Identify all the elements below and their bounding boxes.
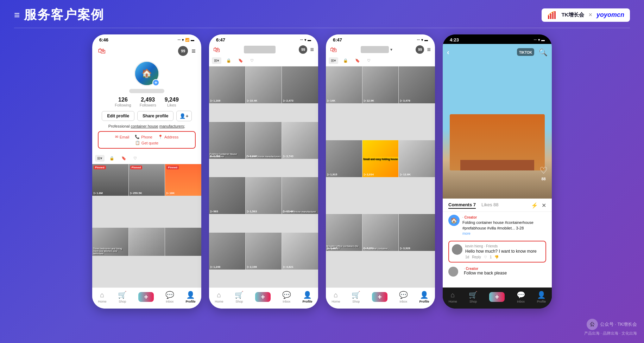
s4-reply-button[interactable]: Reply [472, 255, 481, 259]
s2-nav-inbox[interactable]: 💬 Inbox [282, 291, 291, 303]
plus-button[interactable]: + [138, 292, 154, 302]
s4-nav-home[interactable]: ⌂ Home [449, 291, 457, 303]
s3-inbox-icon: 💬 [399, 291, 408, 299]
s4-nav-plus[interactable]: + [489, 292, 505, 302]
s3-vid-7[interactable]: Movable office containers Do you want it… [326, 214, 362, 251]
s2-vid-6[interactable]: 3,743 [282, 122, 318, 159]
s4-more-link[interactable]: more [462, 232, 471, 235]
s2-vid-7[interactable]: 983 [209, 177, 245, 214]
add-friend-button[interactable]: 👤+ [176, 111, 191, 121]
s4-comments-tab[interactable]: Comments 7 [448, 202, 476, 209]
s2-vid-8[interactable]: 1,563 [246, 177, 282, 214]
s4-nav-shop[interactable]: 🛒 Shop [469, 291, 478, 303]
s1-email-item[interactable]: ✉ Email [115, 135, 130, 139]
s2-like-tab[interactable]: ♡ [248, 57, 256, 64]
s2-nav-profile[interactable]: 👤 Profile [303, 291, 312, 303]
s2-vid-10[interactable]: 1,248 [209, 233, 245, 270]
s2-vid-12[interactable]: 4,821 [282, 233, 318, 270]
s3-nav-shop-label: Shop [352, 300, 360, 303]
s3-plus-button[interactable]: + [372, 292, 387, 302]
s2-notification-badge[interactable]: 99 [299, 45, 307, 54]
s1-grid-tab[interactable]: ⊞▾ [95, 155, 105, 162]
s2-plus-button[interactable]: + [255, 292, 271, 302]
s2-vid-2[interactable]: 10.4K [246, 66, 282, 103]
s1-profile-section: + 126 Following 2,493 Followers 9,249 Li… [92, 58, 201, 153]
s1-video-6[interactable] [165, 228, 201, 256]
s3-vid-3[interactable]: 3,478 [399, 66, 435, 103]
s3-vid-8[interactable]: Professional container... 2,291 [362, 214, 399, 251]
s3-topbar: 🛍 ▾ 99 ≡ [326, 44, 435, 55]
s3-bookmark-tab[interactable]: 🔖 [353, 57, 362, 64]
s1-notification-badge[interactable]: 99 [178, 46, 188, 56]
s2-vid-11[interactable]: 2,198 [246, 233, 282, 270]
edit-profile-button[interactable]: Edit profile [102, 111, 134, 121]
s1-video-4[interactable]: Three bedrooms and living room one kitch… [92, 228, 128, 256]
s4-likes-tab[interactable]: Likes 88 [481, 202, 498, 209]
s3-nav-profile[interactable]: 👤 Profile [419, 291, 429, 303]
s2-vid-3[interactable]: 2,473 [282, 66, 318, 103]
s4-back-button[interactable]: ‹ [447, 48, 449, 56]
s1-hamburger-icon[interactable]: ≡ [191, 47, 196, 55]
s1-bookmark-tab[interactable]: 🔖 [119, 155, 128, 162]
s4-search-button[interactable]: 🔍 [539, 48, 548, 57]
s3-vid-1[interactable]: 14K [326, 66, 362, 103]
s2-vid-9[interactable]: Container house manufacturer 17.4K [282, 177, 318, 214]
s3-vid-9[interactable]: 3,928 [399, 214, 435, 251]
s1-nav-profile[interactable]: 👤 Profile [186, 291, 196, 303]
s2-lock-tab[interactable]: 🔒 [224, 57, 233, 64]
s4-filter-icon[interactable]: ⚡ [531, 202, 538, 209]
s1-nav-inbox-label: Inbox [166, 300, 173, 303]
s3-grid-tab[interactable]: ⊞▾ [329, 57, 338, 64]
s3-vid-6[interactable]: 12.8K [399, 140, 435, 177]
s4-nav-profile[interactable]: 👤 Profile [537, 291, 546, 303]
s4-like-heart[interactable]: ♡ [484, 255, 487, 259]
s2-vid-4[interactable]: Folding Container House Manufacturer 2,0… [209, 122, 245, 159]
s1-nav-plus[interactable]: + [138, 292, 154, 302]
s1-video-5[interactable] [129, 228, 165, 256]
s2-bookmark-tab[interactable]: 🔖 [236, 57, 245, 64]
share-profile-button[interactable]: Share profile [137, 111, 173, 121]
s4-follow-creator-badge: · Creator [464, 267, 507, 271]
s2-grid-tab[interactable]: ⊞▾ [212, 57, 221, 64]
s3-dropdown[interactable]: ▾ [361, 46, 392, 53]
s3-nav-home-label: Home [332, 300, 340, 303]
s3-nav-shop[interactable]: 🛒 Shop [352, 291, 360, 303]
s3-nav-inbox[interactable]: 💬 Inbox [399, 291, 408, 303]
s3-shop-icon[interactable]: 🛍 [330, 46, 337, 54]
s3-nav-home[interactable]: ⌂ Home [332, 291, 340, 303]
s2-nav-plus[interactable]: + [255, 292, 271, 302]
s3-vid-5[interactable]: Small and easy folding house 2,034 [362, 140, 399, 177]
s4-plus-button[interactable]: + [489, 292, 505, 302]
s4-close-icon[interactable]: ✕ [542, 202, 546, 209]
s1-video-2[interactable]: Pinned 259.5K [129, 164, 165, 196]
s3-nav-plus[interactable]: + [372, 292, 387, 302]
s1-get-quote[interactable]: 📋 Get quote [103, 141, 191, 145]
s2-menu-icon[interactable]: ≡ [310, 46, 314, 53]
s3-notification-badge[interactable]: 99 [416, 45, 424, 54]
s1-add-avatar-button[interactable]: + [152, 79, 159, 86]
s1-video-1[interactable]: Pinned 1.6M [92, 164, 128, 196]
s1-nav-home[interactable]: ⌂ Home [98, 291, 106, 303]
s2-nav-shop[interactable]: 🛒 Shop [235, 291, 244, 303]
s2-vid-1[interactable]: 1,168 [209, 66, 245, 103]
s1-shop-icon[interactable]: 🛍 [98, 46, 106, 56]
s3-vid-2[interactable]: 12.9K [362, 66, 399, 103]
s1-nav-inbox[interactable]: 💬 Inbox [165, 291, 174, 303]
s3-vid-4[interactable]: 1,915 [326, 140, 362, 177]
s1-bio: Professional container house manufacture… [106, 124, 188, 128]
s1-phone-item[interactable]: 📞 Phone [135, 135, 152, 139]
s3-lock-tab[interactable]: 🔒 [341, 57, 350, 64]
s1-nav-shop[interactable]: 🛒 Shop [118, 291, 127, 303]
s4-heart-icon[interactable]: ♡ [539, 165, 548, 176]
s2-shop-icon[interactable]: 🛍 [213, 46, 220, 54]
s1-video-3[interactable]: Pinned 18K [165, 164, 201, 196]
s1-lock-tab[interactable]: 🔒 [107, 155, 116, 162]
s1-like-tab[interactable]: ♡ [131, 155, 139, 162]
s3-menu-icon[interactable]: ≡ [427, 46, 431, 53]
s4-nav-inbox[interactable]: 💬 Inbox [517, 291, 525, 303]
s2-vid-5[interactable]: Container house manufacturers 1,248 [246, 122, 282, 159]
s1-address-item[interactable]: 📍 Address [158, 135, 178, 139]
s2-nav-home[interactable]: ⌂ Home [215, 291, 223, 303]
s4-dislike-icon[interactable]: 👎 [494, 255, 499, 259]
s3-like-tab[interactable]: ♡ [365, 57, 373, 64]
